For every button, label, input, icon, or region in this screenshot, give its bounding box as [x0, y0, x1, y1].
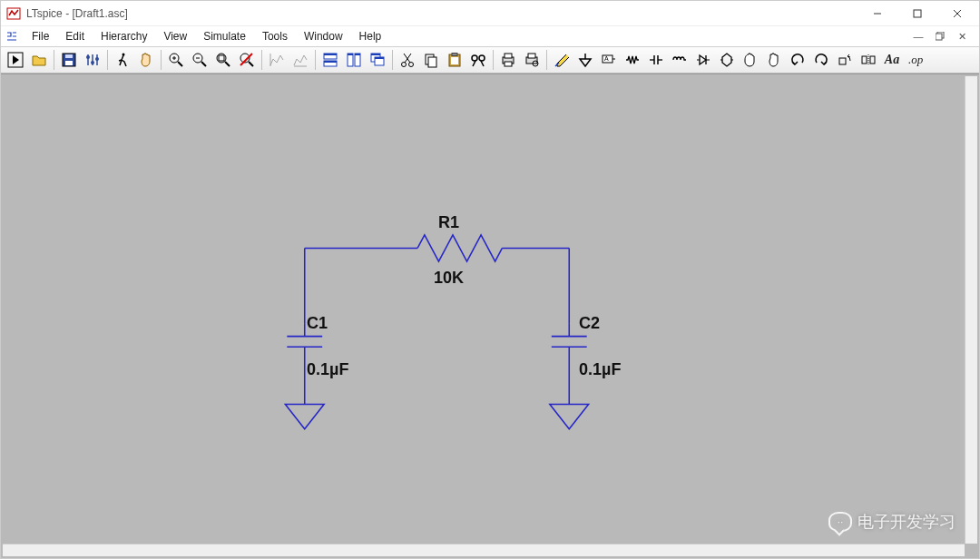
svg-rect-40: [371, 54, 380, 55]
svg-rect-75: [839, 58, 846, 64]
zoom-out-icon[interactable]: [189, 49, 211, 71]
inductor-icon[interactable]: [669, 49, 691, 71]
svg-line-45: [404, 54, 410, 63]
app-window: LTspice - [Draft1.asc] File Edit Hierarc…: [0, 0, 980, 559]
menu-window[interactable]: Window: [297, 28, 350, 44]
svg-rect-34: [348, 54, 353, 66]
schematic-canvas[interactable]: R1 10K C1 0.1µF C2 0.1µF ·· 电子开发学习: [3, 76, 965, 544]
svg-rect-49: [452, 54, 457, 56]
wire-icon[interactable]: [551, 49, 573, 71]
open-icon[interactable]: [28, 49, 50, 71]
svg-rect-57: [505, 62, 512, 66]
capacitor-icon[interactable]: [645, 49, 667, 71]
r1-value-label[interactable]: 10K: [434, 269, 464, 288]
svg-line-16: [178, 62, 182, 66]
svg-rect-76: [862, 56, 867, 64]
menu-edit[interactable]: Edit: [58, 28, 92, 44]
cut-icon[interactable]: [397, 49, 418, 71]
paste-icon[interactable]: [444, 49, 466, 71]
text-icon[interactable]: Aa: [881, 49, 903, 71]
c1-value-label[interactable]: 0.1µF: [307, 360, 348, 379]
menu-help[interactable]: Help: [352, 28, 389, 44]
redo-icon[interactable]: [810, 49, 832, 71]
c1-name-label[interactable]: C1: [307, 314, 328, 333]
window-title: LTspice - [Draft1.asc]: [26, 7, 128, 20]
mirror-icon[interactable]: [858, 49, 879, 71]
menu-bar: File Edit Hierarchy View Simulate Tools …: [1, 26, 979, 46]
component-icon[interactable]: [716, 49, 738, 71]
tile-vertical-icon[interactable]: [343, 49, 365, 71]
r1-name-label[interactable]: R1: [438, 213, 459, 232]
separator: [315, 50, 316, 70]
schematic-drawing: [3, 76, 965, 544]
tile-horizontal-icon[interactable]: [319, 49, 341, 71]
svg-rect-37: [355, 54, 360, 55]
mdi-close-button[interactable]: ✕: [954, 29, 970, 44]
menu-view[interactable]: View: [156, 28, 194, 44]
svg-line-23: [225, 62, 230, 66]
save-icon[interactable]: [58, 49, 80, 71]
svg-rect-41: [375, 57, 384, 59]
svg-point-51: [472, 55, 477, 61]
svg-rect-50: [451, 57, 458, 64]
svg-rect-56: [505, 54, 512, 58]
control-panel-icon[interactable]: [82, 49, 103, 71]
wechat-icon: ··: [828, 512, 852, 532]
separator: [261, 50, 262, 70]
minimize-button[interactable]: [858, 2, 897, 25]
find-icon[interactable]: [467, 49, 489, 71]
resistor-icon[interactable]: [622, 49, 643, 71]
svg-point-42: [402, 63, 407, 67]
running-man-icon[interactable]: [112, 49, 133, 71]
toolbar: A Aa .op: [1, 46, 979, 74]
copy-icon[interactable]: [420, 49, 442, 71]
zoom-fit-icon[interactable]: [212, 49, 234, 71]
svg-text:A: A: [604, 55, 609, 62]
horizontal-scrollbar[interactable]: [3, 544, 965, 556]
menu-tools[interactable]: Tools: [255, 28, 295, 44]
watermark-text: 电子开发学习: [858, 511, 956, 533]
vertical-scrollbar[interactable]: [965, 76, 977, 544]
autorange-x-icon[interactable]: [289, 49, 311, 71]
move-icon[interactable]: [740, 49, 761, 71]
svg-point-12: [91, 61, 94, 64]
close-button[interactable]: [937, 2, 977, 25]
svg-rect-33: [324, 61, 337, 63]
c2-name-label[interactable]: C2: [579, 314, 600, 333]
svg-rect-77: [870, 56, 875, 64]
separator: [493, 50, 494, 70]
print-setup-icon[interactable]: [521, 49, 543, 71]
run-icon[interactable]: [5, 49, 26, 71]
mdi-restore-button[interactable]: [932, 29, 948, 44]
diode-icon[interactable]: [692, 49, 714, 71]
print-icon[interactable]: [497, 49, 519, 71]
spice-directive-icon[interactable]: .op: [905, 49, 926, 71]
separator: [161, 50, 162, 70]
svg-line-54: [481, 61, 484, 66]
svg-line-20: [201, 62, 206, 66]
zoom-off-icon[interactable]: [236, 49, 258, 71]
ground-icon[interactable]: [574, 49, 596, 71]
undo-icon[interactable]: [787, 49, 808, 71]
cascade-icon[interactable]: [367, 49, 388, 71]
svg-line-26: [249, 62, 253, 66]
menu-file[interactable]: File: [24, 28, 56, 44]
menu-simulate[interactable]: Simulate: [196, 28, 253, 44]
title-bar: LTspice - [Draft1.asc]: [1, 1, 979, 26]
mdi-minimize-button[interactable]: —: [910, 29, 926, 44]
autorange-y-icon[interactable]: [266, 49, 288, 71]
menu-hierarchy[interactable]: Hierarchy: [93, 28, 154, 44]
label-icon[interactable]: A: [598, 49, 620, 71]
svg-rect-2: [914, 10, 921, 17]
svg-line-53: [473, 61, 475, 66]
c2-value-label[interactable]: 0.1µF: [579, 360, 621, 379]
pan-icon[interactable]: [135, 49, 157, 71]
svg-line-44: [405, 54, 411, 63]
zoom-in-icon[interactable]: [165, 49, 187, 71]
watermark: ·· 电子开发学习: [828, 511, 956, 533]
maximize-button[interactable]: [897, 2, 937, 25]
svg-rect-35: [355, 54, 360, 66]
separator: [107, 50, 108, 70]
rotate-icon[interactable]: [834, 49, 856, 71]
drag-icon[interactable]: [763, 49, 785, 71]
